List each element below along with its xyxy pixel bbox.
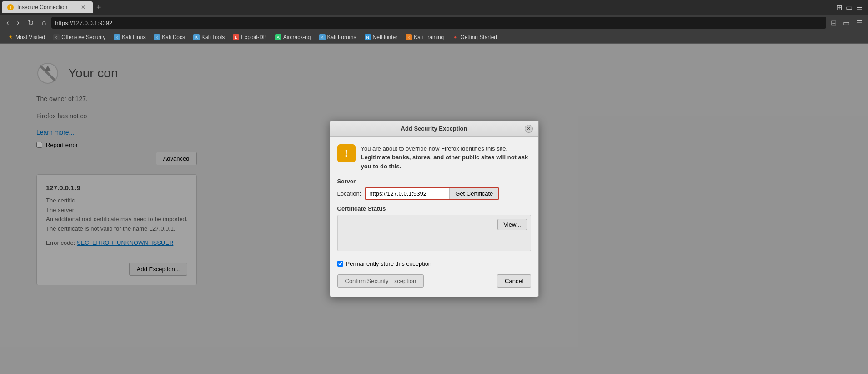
kali-linux-icon: K — [114, 34, 120, 40]
offensive-security-icon: ○ — [53, 34, 60, 40]
page-content: Your con The owner of 127. Firefox has n… — [0, 44, 868, 374]
warning-icon: ! — [337, 144, 356, 162]
kali-training-icon: K — [406, 34, 412, 40]
location-row: Location: Get Certificate — [337, 187, 531, 200]
nethunter-icon: N — [365, 34, 371, 40]
forward-button[interactable]: › — [14, 17, 22, 29]
bookmark-kali-tools-label: Kali Tools — [201, 34, 225, 40]
getting-started-icon: ● — [452, 34, 458, 40]
modal-overlay: Add Security Exception ✕ ! You are about… — [0, 44, 868, 374]
exploit-db-icon: E — [233, 34, 239, 40]
most-visited-icon: ★ — [7, 34, 14, 40]
bookmark-offensive-security-label: Offensive Security — [61, 34, 105, 40]
modal-title: Add Security Exception — [344, 125, 525, 132]
view-certificate-button[interactable]: View... — [497, 219, 527, 230]
bookmark-kali-linux[interactable]: K Kali Linux — [110, 33, 149, 41]
address-bar[interactable] — [55, 20, 823, 26]
refresh-button[interactable]: ↻ — [25, 17, 36, 29]
cancel-button[interactable]: Cancel — [497, 274, 531, 288]
browser-chrome: ! Insecure Connection ✕ + ⊞ ▭ ☰ ‹ › ↻ ⌂ … — [0, 0, 868, 44]
restore-window-icon[interactable]: ▭ — [846, 3, 853, 12]
location-input-wrapper: Get Certificate — [365, 187, 499, 200]
warning-text: You are about to override how Firefox id… — [361, 144, 531, 171]
tab-title: Insecure Connection — [17, 4, 75, 10]
modal-body: ! You are about to override how Firefox … — [330, 137, 538, 297]
location-label: Location: — [337, 190, 361, 197]
tab-bar: ! Insecure Connection ✕ + ⊞ ▭ ☰ — [0, 0, 868, 15]
modal-close-button[interactable]: ✕ — [525, 125, 533, 133]
bookmark-nethunter-label: NetHunter — [373, 34, 398, 40]
bookmark-aircrack-ng[interactable]: A Aircrack-ng — [271, 33, 315, 41]
bookmark-most-visited-label: Most Visited — [15, 34, 45, 40]
modal-footer: Confirm Security Exception Cancel — [337, 274, 531, 289]
new-tab-button[interactable]: + — [93, 3, 105, 12]
back-button[interactable]: ‹ — [4, 17, 11, 29]
bookmark-getting-started[interactable]: ● Getting Started — [448, 33, 501, 41]
fullscreen-icon[interactable]: ▭ — [841, 17, 852, 29]
bookmark-kali-forums[interactable]: K Kali Forums — [316, 33, 360, 41]
tab-favicon: ! — [7, 4, 14, 10]
permanently-store-label: Permanently store this exception — [346, 260, 432, 267]
bookmarks-sidebar-icon[interactable]: ⊟ — [829, 17, 838, 29]
add-security-exception-modal: Add Security Exception ✕ ! You are about… — [330, 121, 539, 298]
warning-box: ! You are about to override how Firefox … — [337, 144, 531, 171]
aircrack-ng-icon: A — [275, 34, 281, 40]
modal-header: Add Security Exception ✕ — [330, 121, 538, 137]
bookmark-kali-training-label: Kali Training — [414, 34, 444, 40]
menu-icon[interactable]: ☰ — [856, 3, 863, 12]
permanently-store-row: Permanently store this exception — [337, 257, 531, 267]
bookmark-kali-forums-label: Kali Forums — [327, 34, 356, 40]
certificate-status-label: Certificate Status — [337, 205, 531, 212]
bookmark-nethunter[interactable]: N NetHunter — [361, 33, 401, 41]
bookmark-kali-tools[interactable]: K Kali Tools — [190, 33, 228, 41]
bookmark-exploit-db-label: Exploit-DB — [241, 34, 267, 40]
permanently-store-checkbox[interactable] — [337, 261, 343, 267]
address-bar-wrap — [51, 17, 826, 29]
bookmark-aircrack-ng-label: Aircrack-ng — [283, 34, 311, 40]
certificate-status-area: View... — [337, 215, 531, 251]
kali-tools-icon: K — [193, 34, 200, 40]
kali-docs-icon: K — [154, 34, 160, 40]
synced-tabs-icon[interactable]: ⊞ — [836, 3, 842, 12]
server-section: Server Location: Get Certificate — [337, 178, 531, 200]
bookmark-kali-docs[interactable]: K Kali Docs — [150, 33, 189, 41]
hamburger-menu-icon[interactable]: ☰ — [854, 17, 864, 29]
bookmark-kali-training[interactable]: K Kali Training — [402, 33, 447, 41]
certificate-status-section: Certificate Status View... — [337, 205, 531, 251]
bookmark-kali-docs-label: Kali Docs — [162, 34, 185, 40]
nav-bar: ‹ › ↻ ⌂ ⊟ ▭ ☰ — [0, 15, 868, 31]
get-certificate-button[interactable]: Get Certificate — [449, 188, 498, 199]
home-button[interactable]: ⌂ — [39, 17, 49, 29]
bookmark-getting-started-label: Getting Started — [460, 34, 497, 40]
server-section-label: Server — [337, 178, 531, 185]
bookmarks-bar: ★ Most Visited ○ Offensive Security K Ka… — [0, 31, 868, 44]
bookmark-kali-linux-label: Kali Linux — [122, 34, 146, 40]
bookmark-offensive-security[interactable]: ○ Offensive Security — [50, 33, 109, 41]
bookmark-most-visited[interactable]: ★ Most Visited — [4, 33, 49, 41]
bookmark-exploit-db[interactable]: E Exploit-DB — [229, 33, 271, 41]
tab-close-button[interactable]: ✕ — [79, 3, 87, 11]
location-input[interactable] — [366, 188, 449, 199]
kali-forums-icon: K — [319, 34, 326, 40]
browser-tab-insecure[interactable]: ! Insecure Connection ✕ — [2, 1, 93, 13]
confirm-security-exception-button[interactable]: Confirm Security Exception — [337, 274, 424, 288]
